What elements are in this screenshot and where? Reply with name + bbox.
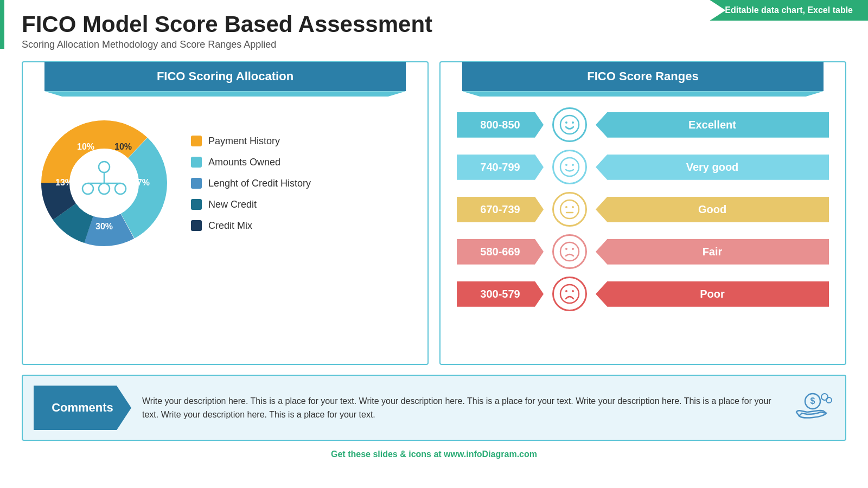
legend-label-credit-mix: Credit Mix: [208, 220, 252, 232]
score-range-740: 740-799: [457, 155, 544, 180]
left-panel: FICO Scoring Allocation: [22, 61, 429, 365]
score-range-300: 300-579: [457, 281, 544, 307]
legend-label-credit-history: Lenght of Credit History: [208, 178, 311, 189]
svg-point-22: [572, 121, 574, 124]
smiley-excellent: [552, 107, 587, 142]
legend-item-credit-history: Lenght of Credit History: [191, 178, 311, 189]
svg-text:37%: 37%: [132, 178, 150, 187]
donut-svg: 37% 30% 13% 10% 10%: [34, 113, 175, 254]
smiley-poor: [552, 277, 587, 311]
legend-item-amounts-owned: Amounts Owned: [191, 157, 311, 168]
svg-point-28: [572, 206, 574, 208]
score-label-excellent: Excellent: [596, 112, 829, 138]
svg-point-31: [565, 248, 567, 250]
svg-point-27: [565, 206, 567, 208]
smiley-fair: [552, 234, 587, 269]
score-label-good: Good: [596, 197, 829, 222]
legend-label-amounts-owned: Amounts Owned: [208, 157, 280, 168]
score-row-excellent: 800-850 Excellent: [457, 107, 829, 142]
legend-label-payment-history: Payment History: [208, 136, 280, 147]
footer-text-before: Get these slides & icons at www.: [331, 450, 466, 459]
score-row-poor: 300-579 Poor: [457, 277, 829, 311]
legend-color-amounts-owned: [191, 157, 202, 168]
right-panel: FICO Score Ranges 800-850 Excellent: [439, 61, 846, 365]
donut-chart: 37% 30% 13% 10% 10%: [34, 113, 175, 254]
svg-point-39: [826, 397, 832, 403]
comments-text: Write your description here. This is a p…: [142, 394, 780, 422]
right-panel-header: FICO Score Ranges: [462, 62, 824, 91]
svg-point-25: [572, 164, 574, 166]
svg-text:$: $: [810, 396, 815, 406]
footer-brand: infoDiagram: [466, 450, 516, 459]
chart-legend: Payment History Amounts Owned Lenght of …: [191, 136, 311, 232]
smiley-good: [552, 192, 587, 227]
right-panel-body: 800-850 Excellent 740-799: [441, 97, 845, 322]
smiley-very-good: [552, 150, 587, 184]
score-row-fair: 580-669 Fair: [457, 234, 829, 269]
comments-section: Comments Write your description here. Th…: [22, 375, 846, 441]
svg-point-20: [560, 115, 579, 134]
svg-point-33: [560, 285, 579, 303]
legend-color-credit-history: [191, 178, 202, 189]
score-range-580: 580-669: [457, 239, 544, 265]
legend-label-new-credit: New Credit: [208, 199, 257, 210]
legend-item-new-credit: New Credit: [191, 199, 311, 210]
money-icon: $: [791, 386, 834, 429]
legend-color-new-credit: [191, 199, 202, 210]
svg-point-34: [565, 290, 567, 292]
score-label-very-good: Very good: [596, 155, 829, 180]
svg-point-35: [572, 290, 574, 292]
score-label-poor: Poor: [596, 281, 829, 307]
score-row-very-good: 740-799 Very good: [457, 150, 829, 184]
comments-label: Comments: [34, 386, 131, 430]
svg-point-32: [572, 248, 574, 250]
editable-badge: Editable data chart, Excel table: [710, 0, 868, 21]
svg-text:10%: 10%: [114, 142, 132, 151]
legend-item-payment-history: Payment History: [191, 136, 311, 147]
legend-color-payment-history: [191, 136, 202, 146]
svg-point-30: [560, 242, 579, 261]
left-panel-body: 37% 30% 13% 10% 10% Payment History: [23, 97, 427, 265]
left-panel-header: FICO Scoring Allocation: [44, 62, 406, 91]
score-range-670: 670-739: [457, 197, 544, 222]
legend-color-credit-mix: [191, 220, 202, 231]
legend-item-credit-mix: Credit Mix: [191, 220, 311, 232]
score-label-fair: Fair: [596, 239, 829, 265]
score-range-800: 800-850: [457, 112, 544, 138]
svg-text:13%: 13%: [55, 178, 73, 187]
header: FICO Model Score Based Assessment Scorin…: [0, 0, 868, 56]
footer-text-after: .com: [517, 450, 537, 459]
page-subtitle: Scoring Allocation Methodology and Score…: [22, 39, 846, 50]
svg-point-24: [565, 164, 567, 166]
svg-point-21: [565, 121, 567, 124]
footer: Get these slides & icons at www.infoDiag…: [0, 445, 868, 464]
score-row-good: 670-739 Good: [457, 192, 829, 227]
main-content: FICO Scoring Allocation: [0, 56, 868, 370]
svg-text:10%: 10%: [77, 142, 94, 151]
svg-point-23: [560, 158, 579, 176]
svg-point-26: [560, 200, 579, 219]
svg-text:30%: 30%: [95, 222, 113, 231]
